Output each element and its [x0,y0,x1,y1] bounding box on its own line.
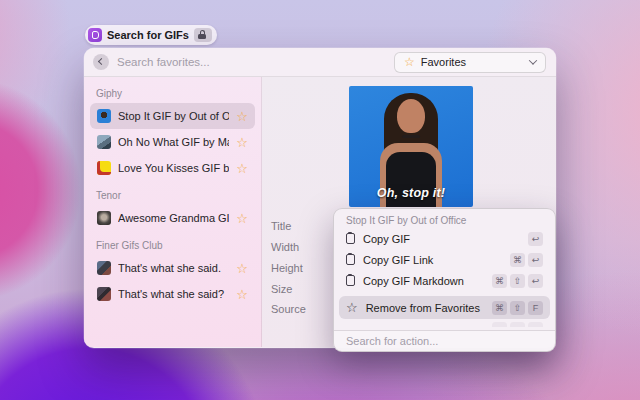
gif-title: Awesome Grandma GIF [118,212,229,224]
metadata-label-height: Height [271,261,303,275]
command-key: ⌘ [510,253,525,267]
action-search-bar [334,331,555,351]
list-item-thats-what-she-said-period[interactable]: That's what she said. ☆ [90,255,255,281]
list-item-love-you-kisses-gif[interactable]: Love You Kisses GIF by Ted... ☆ [90,155,255,181]
favorite-star-icon[interactable]: ☆ [236,136,248,149]
menu-item-copy-gif[interactable]: Copy GIF ↩ [339,228,550,249]
lock-icon [194,28,212,42]
gif-title: That's what she said? [118,288,229,300]
clipboard-icon [346,275,355,286]
results-sidebar: Giphy Stop It GIF by Out of Office ☆ Oh … [84,77,262,347]
search-favorites-input[interactable] [117,56,386,68]
gif-art-face [397,99,425,133]
actions-menu-header: Stop It GIF by Out of Office [334,209,555,228]
section-header-giphy: Giphy [96,88,249,99]
menu-item-remove-from-favorites[interactable]: ☆ Remove from Favorites ⌘ ⇧ F [339,296,550,319]
window-title-pill[interactable]: Search for GIFs [85,25,217,45]
menu-item-copy-gif-markdown[interactable]: Copy GIF Markdown ⌘ ⇧ ↩ [339,270,550,291]
gif-caption: Oh, stop it! [349,186,473,200]
clipboard-icon [346,254,355,265]
list-item-thats-what-she-said-question[interactable]: That's what she said? ☆ [90,281,255,307]
list-item-stop-it-gif[interactable]: Stop It GIF by Out of Office ☆ [90,103,255,129]
favorite-star-icon[interactable]: ☆ [236,110,248,123]
gif-title: Oh No What GIF by Major Le... [118,136,229,148]
menu-item-label: Copy GIF [363,233,410,245]
gif-thumbnail [97,161,111,175]
chevron-left-icon [98,58,105,65]
favorite-star-icon[interactable]: ☆ [236,262,248,275]
favorite-star-icon[interactable]: ☆ [236,288,248,301]
metadata-label-size: Size [271,282,292,296]
metadata-label-width: Width [271,240,299,254]
gif-art-necklace [402,135,420,138]
gif-title: That's what she said. [118,262,229,274]
gif-title: Stop It GIF by Out of Office [118,110,229,122]
return-key: ↩ [528,253,543,267]
menu-item-label: Copy GIF Link [363,254,433,266]
desktop-wallpaper: Search for GIFs ☆ Favorites Giphy Stop I… [0,0,640,400]
menu-item-label: Copy GIF Markdown [363,275,464,287]
menu-item-label: Remove from Favorites [366,302,480,314]
gif-extension-icon [88,28,102,42]
shift-key: ⇧ [510,301,525,315]
section-header-tenor: Tenor [96,190,249,201]
back-button[interactable] [93,54,109,70]
command-key: ⌘ [492,301,507,315]
section-header-finer-gifs-club: Finer Gifs Club [96,240,249,251]
clipboard-icon [346,233,355,244]
shift-key: ⇧ [510,274,525,288]
gif-thumbnail [97,261,111,275]
gif-title: Love You Kisses GIF by Ted... [118,162,229,174]
search-bar: ☆ Favorites [84,48,556,77]
list-item-oh-no-what-gif[interactable]: Oh No What GIF by Major Le... ☆ [90,129,255,155]
favorites-dropdown[interactable]: ☆ Favorites [394,52,546,73]
menu-item-copy-gif-link[interactable]: Copy GIF Link ⌘ ↩ [339,249,550,270]
gif-thumbnail [97,211,111,225]
list-item-awesome-grandma-gif[interactable]: Awesome Grandma GIF ☆ [90,205,255,231]
return-key: ↩ [528,274,543,288]
gif-thumbnail [97,135,111,149]
gif-preview-image: Oh, stop it! [349,86,473,207]
metadata-label-title: Title [271,219,291,233]
f-key: F [528,301,543,315]
actions-menu: Stop It GIF by Out of Office Copy GIF ↩ … [333,208,556,352]
return-key: ↩ [528,232,543,246]
dropdown-label: Favorites [421,56,466,68]
favorite-star-icon[interactable]: ☆ [236,162,248,175]
star-icon: ☆ [346,301,358,314]
search-for-action-input[interactable] [346,335,543,347]
chevron-down-icon [529,56,537,64]
star-icon: ☆ [404,56,415,68]
gif-thumbnail [97,109,111,123]
command-key: ⌘ [492,274,507,288]
window-title: Search for GIFs [107,29,189,41]
favorite-star-icon[interactable]: ☆ [236,212,248,225]
clipped-action-row [339,322,543,327]
metadata-label-source: Source [271,302,306,316]
gif-thumbnail [97,287,111,301]
